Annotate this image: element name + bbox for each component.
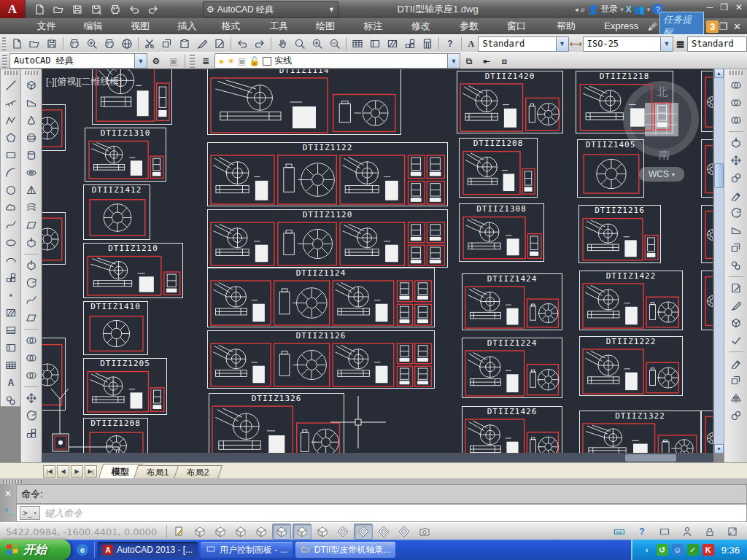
edit-mirror-button[interactable]	[727, 389, 746, 407]
draw-polyline-button[interactable]	[1, 112, 20, 129]
draw-revision-cloud-button[interactable]	[1, 199, 20, 217]
draw-multiline-text-button[interactable]: A	[1, 374, 20, 392]
edit-intersect-button[interactable]	[727, 112, 746, 129]
model-presspull-button[interactable]	[22, 234, 41, 252]
horizontal-scroll-thumb[interactable]	[625, 454, 676, 462]
layer-freeze-sun-icon[interactable]: ☀	[227, 56, 235, 66]
qnew-button[interactable]	[32, 2, 47, 16]
model-box-button[interactable]	[22, 77, 41, 94]
model-loft-button[interactable]	[22, 309, 41, 327]
undo-button[interactable]	[233, 36, 251, 52]
communication-center-icon[interactable]: 👥	[634, 4, 645, 15]
preview-button[interactable]	[83, 36, 101, 52]
model-3d-array-button[interactable]	[22, 424, 41, 442]
tray-hide-chevron-icon[interactable]: ‹	[641, 544, 653, 556]
menu-item-9[interactable]: 修改(M)	[403, 18, 452, 34]
edit-delete-faces-button[interactable]	[727, 187, 746, 204]
application-menu-button[interactable]: A	[0, 0, 26, 18]
edit-shell-button[interactable]	[727, 314, 746, 332]
toggle-object-snap-tracking[interactable]	[313, 524, 332, 540]
export-button[interactable]	[118, 36, 136, 52]
menu-item-4[interactable]: 插入(I)	[170, 18, 214, 34]
saveas-button[interactable]	[89, 2, 104, 16]
doc-restore-button[interactable]: ❐	[719, 21, 727, 32]
edit-erase-button[interactable]	[727, 354, 746, 372]
layer-unlock-icon[interactable]: 🔓	[249, 56, 260, 66]
restore-button[interactable]: ❐	[720, 2, 728, 12]
publish-button[interactable]	[101, 36, 118, 52]
toolbar-grip[interactable]	[729, 71, 743, 75]
model-cone-button[interactable]	[22, 112, 41, 129]
menu-item-2[interactable]: 编辑(E)	[75, 18, 123, 34]
open-button[interactable]	[51, 2, 66, 16]
tab-nav-first[interactable]: |◀	[43, 465, 55, 478]
chevron-down-icon[interactable]: ▾	[620, 6, 624, 13]
model-cylinder-button[interactable]	[22, 147, 41, 164]
edit-extrude-faces-button[interactable]	[727, 134, 746, 152]
menu-item-7[interactable]: 绘图(D)	[308, 18, 355, 34]
menu-item-6[interactable]: 工具(T)	[261, 18, 308, 34]
copy-clip-button[interactable]	[158, 36, 176, 52]
menu-item-5[interactable]: 格式(O)	[213, 18, 261, 34]
layer-previous-icon[interactable]: ⇤	[478, 53, 495, 69]
model-helix-button[interactable]	[22, 199, 41, 217]
toggle-polar-tracking[interactable]	[252, 524, 271, 540]
dim-style-icon[interactable]: ⟷	[569, 36, 583, 52]
draw-hatch-button[interactable]	[1, 304, 20, 322]
quick-launch-browser-icon[interactable]: e	[77, 544, 88, 556]
scroll-up-button[interactable]: ▲	[714, 69, 724, 78]
layer-on-bulb-icon[interactable]: ●	[219, 56, 224, 66]
toggle-dynamic-input[interactable]	[354, 524, 373, 540]
table-style-combo[interactable]: Standard	[687, 36, 747, 52]
command-prompt-button[interactable]: >_▾	[20, 506, 40, 520]
edit-union-button[interactable]	[727, 77, 746, 94]
dynamic-input-keyboard-icon[interactable]	[610, 524, 629, 540]
workspace-combo[interactable]: AutoCAD 经典 ▼	[9, 53, 147, 69]
model-revolve-button[interactable]	[22, 274, 41, 292]
menu-item-10[interactable]: 参数(P)	[452, 18, 499, 34]
toolbar-grip[interactable]	[25, 71, 38, 75]
my-workspace-icon[interactable]: ▣	[165, 53, 182, 69]
edit-clean-button[interactable]	[727, 297, 746, 314]
toggle-selection-cycling[interactable]	[415, 524, 434, 540]
draw-region-button[interactable]	[1, 339, 20, 357]
toolbar-grip[interactable]	[2, 37, 6, 50]
menu-item-11[interactable]: 窗口(W)	[499, 18, 549, 34]
search-icon[interactable]: ⌕	[581, 4, 586, 15]
edit-move-faces-button[interactable]	[727, 152, 746, 169]
layer-states-icon[interactable]: ⧈	[495, 53, 513, 69]
zoom-window-button[interactable]	[309, 36, 326, 52]
model-union-button[interactable]	[22, 332, 41, 349]
edit-copy-button[interactable]	[727, 372, 746, 389]
toggle-ortho-mode[interactable]	[231, 524, 250, 540]
status-help-icon[interactable]: ?	[632, 524, 651, 540]
workspace-lock-icon[interactable]	[700, 524, 719, 540]
edit-subtract-button[interactable]	[727, 94, 746, 112]
draw-polygon-button[interactable]	[1, 129, 20, 147]
model-3d-move-button[interactable]	[22, 389, 41, 407]
tray-messenger-icon[interactable]: ☺	[672, 544, 684, 556]
command-close-icon[interactable]: ✕	[4, 489, 12, 499]
designcenter-button[interactable]	[366, 36, 384, 52]
blockeditor-button[interactable]	[211, 36, 228, 52]
autodesk-exchange-icon[interactable]: X	[626, 4, 632, 15]
model-pyramid-button[interactable]	[22, 182, 41, 199]
edit-check-button[interactable]	[727, 332, 746, 349]
layer-properties-icon[interactable]: ≣	[197, 53, 214, 69]
zoom-previous-button[interactable]	[326, 36, 344, 52]
model-wedge-button[interactable]	[22, 94, 41, 112]
new-button[interactable]	[8, 36, 26, 52]
draw-rectangle-button[interactable]	[1, 147, 20, 164]
toggle-snap-mode[interactable]	[190, 524, 209, 540]
model-intersect-button[interactable]	[22, 367, 41, 384]
close-button[interactable]: ✕	[735, 2, 743, 12]
toggle-show-lineweight[interactable]	[374, 524, 393, 540]
toggle-show-transparency[interactable]	[395, 524, 414, 540]
make-object-layer-current-icon[interactable]: ⧉	[460, 53, 478, 69]
taskbar-button-1[interactable]: AAutoCAD 2013 - [...	[98, 542, 198, 558]
toggle-dynamic-ucs[interactable]	[333, 524, 352, 540]
model-sweep-button[interactable]	[22, 292, 41, 309]
minimize-button[interactable]: ─	[707, 2, 713, 12]
doc-close-button[interactable]: ✕	[733, 21, 741, 32]
redo-button[interactable]	[251, 36, 268, 52]
